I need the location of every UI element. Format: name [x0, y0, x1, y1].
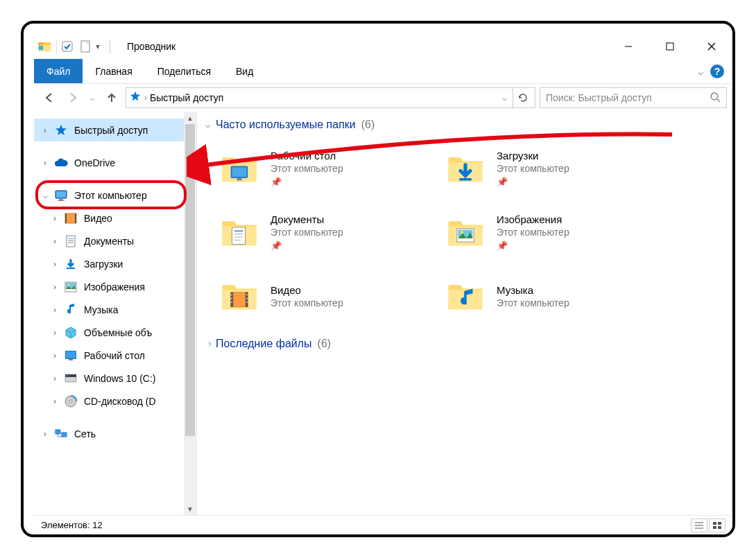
sidebar-item-label: Сеть [74, 428, 96, 439]
sidebar: › Быстрый доступ › OneDrive ⌵ Этот компь… [34, 112, 197, 515]
sidebar-item-desktop[interactable]: › Рабочий стол [34, 344, 196, 367]
sidebar-item-downloads[interactable]: › Загрузки [34, 252, 196, 275]
sidebar-item-network[interactable]: › Сеть [34, 422, 196, 445]
maximize-button[interactable] [649, 34, 691, 59]
tab-file[interactable]: Файл [34, 59, 83, 83]
folder-name: Видео [270, 284, 343, 296]
tab-view[interactable]: Вид [223, 59, 266, 83]
sidebar-item-cddrive[interactable]: › CD-дисковод (D [34, 390, 196, 412]
chevron-right-icon[interactable]: › [40, 429, 51, 439]
sidebar-item-label: Музыка [84, 304, 119, 315]
view-icons-button[interactable] [709, 518, 725, 532]
folder-item-desktop[interactable]: Рабочий стол Этот компьютер 📌 [215, 141, 430, 196]
sidebar-item-onedrive[interactable]: › OneDrive [34, 151, 196, 174]
chevron-right-icon[interactable]: › [49, 351, 60, 360]
svg-rect-23 [67, 268, 75, 269]
chevron-right-icon[interactable]: › [40, 125, 51, 135]
sidebar-item-drive-c[interactable]: › Windows 10 (C:) [34, 367, 196, 390]
svg-point-34 [69, 400, 72, 403]
sidebar-item-label: CD-дисковод (D [84, 396, 156, 407]
chevron-right-icon[interactable]: › [49, 396, 60, 406]
close-button[interactable] [691, 34, 732, 59]
svg-rect-15 [58, 200, 65, 201]
svg-point-56 [231, 302, 232, 303]
search-input[interactable]: Поиск: Быстрый доступ [540, 87, 727, 108]
folder-name: Загрузки [497, 150, 569, 162]
chevron-right-icon[interactable]: › [49, 236, 60, 246]
folder-pictures-icon [444, 211, 487, 254]
group-frequent-header[interactable]: ⌵ Часто используемые папки (6) [205, 119, 728, 131]
breadcrumb-sep-icon[interactable]: › [144, 93, 147, 103]
chevron-right-icon[interactable]: › [49, 374, 60, 383]
chevron-right-icon[interactable]: ⌵ [203, 342, 213, 347]
refresh-button[interactable] [513, 88, 532, 107]
svg-point-26 [68, 284, 70, 286]
address-bar[interactable]: › Быстрый доступ ⌵ [126, 87, 535, 108]
sidebar-item-music[interactable]: › Музыка [34, 298, 196, 321]
minimize-button[interactable] [608, 34, 649, 59]
qat-newfolder-icon[interactable] [78, 39, 93, 54]
group-recent-header[interactable]: ⌵ Последние файлы (6) [205, 338, 728, 350]
chevron-right-icon[interactable]: › [49, 328, 60, 338]
svg-point-57 [246, 294, 248, 295]
sidebar-item-videos[interactable]: › Видео [34, 207, 196, 229]
chevron-right-icon[interactable]: › [40, 158, 51, 168]
chevron-right-icon[interactable]: › [49, 259, 60, 269]
help-icon[interactable]: ? [710, 64, 724, 78]
sidebar-item-label: OneDrive [74, 157, 115, 168]
svg-rect-14 [59, 199, 63, 200]
sidebar-item-label: Рабочий стол [84, 350, 145, 361]
sidebar-item-label: Загрузки [84, 259, 123, 270]
scroll-down-icon[interactable]: ▼ [184, 503, 196, 515]
view-details-button[interactable] [691, 518, 707, 532]
breadcrumb-location[interactable]: Быстрый доступ [150, 92, 223, 103]
chevron-right-icon[interactable]: › [49, 305, 60, 315]
main-pane[interactable]: ⌵ Часто используемые папки (6) Рабочий с… [197, 112, 732, 515]
svg-point-55 [231, 298, 232, 299]
scroll-thumb[interactable] [185, 124, 195, 436]
pin-icon: 📌 [270, 177, 343, 187]
tab-home[interactable]: Главная [83, 59, 144, 83]
sidebar-item-label: Этот компьютер [74, 190, 147, 201]
folder-item-pictures[interactable]: Изображения Этот компьютер 📌 [441, 204, 656, 260]
svg-rect-19 [67, 236, 75, 247]
scroll-up-icon[interactable]: ▲ [184, 112, 196, 124]
svg-rect-4 [62, 42, 72, 51]
history-dropdown[interactable]: ⌵ [87, 88, 98, 107]
sidebar-item-documents[interactable]: › Документы [34, 229, 196, 252]
tab-share[interactable]: Поделиться [145, 59, 223, 83]
address-dropdown-icon[interactable]: ⌵ [498, 94, 511, 103]
svg-rect-66 [718, 526, 721, 529]
qat-properties-icon[interactable] [61, 40, 74, 53]
back-button[interactable] [40, 88, 59, 107]
chevron-down-icon[interactable]: ⌵ [40, 191, 51, 200]
pin-icon: 📌 [497, 177, 569, 187]
folder-sub: Этот компьютер [497, 163, 569, 174]
sidebar-item-thispc[interactable]: ⌵ Этот компьютер [34, 184, 196, 207]
folder-downloads-icon [444, 147, 487, 190]
svg-rect-29 [69, 359, 73, 360]
sidebar-item-quickaccess[interactable]: › Быстрый доступ [34, 119, 196, 141]
sidebar-item-pictures[interactable]: › Изображения [34, 275, 196, 298]
folder-item-videos[interactable]: Видео Этот компьютер [215, 268, 430, 324]
folder-item-documents[interactable]: Документы Этот компьютер 📌 [215, 204, 430, 260]
ribbon-expand-icon[interactable]: ⌵ [698, 66, 703, 77]
screenshot-frame: ▾ Проводник Файл Главная Поделиться Вид … [21, 21, 735, 537]
svg-point-54 [231, 294, 232, 295]
sidebar-item-3dobjects[interactable]: › Объемные объ [34, 321, 196, 344]
chevron-down-icon[interactable]: ⌵ [205, 120, 210, 130]
up-button[interactable] [102, 88, 121, 107]
qat-dropdown-icon[interactable]: ▾ [96, 42, 100, 51]
folder-item-music[interactable]: Музыка Этот компьютер [441, 268, 656, 324]
search-icon [710, 91, 721, 105]
group-count: (6) [361, 119, 375, 131]
sidebar-scrollbar[interactable]: ▲ ▼ [184, 112, 196, 515]
svg-rect-41 [237, 178, 242, 181]
folder-name: Музыка [497, 284, 569, 296]
chevron-right-icon[interactable]: › [49, 213, 60, 223]
folder-name: Изображения [497, 213, 569, 225]
chevron-right-icon[interactable]: › [49, 282, 60, 292]
sidebar-item-label: Объемные объ [84, 327, 152, 338]
folder-item-downloads[interactable]: Загрузки Этот компьютер 📌 [441, 141, 656, 196]
forward-button[interactable] [63, 88, 83, 107]
